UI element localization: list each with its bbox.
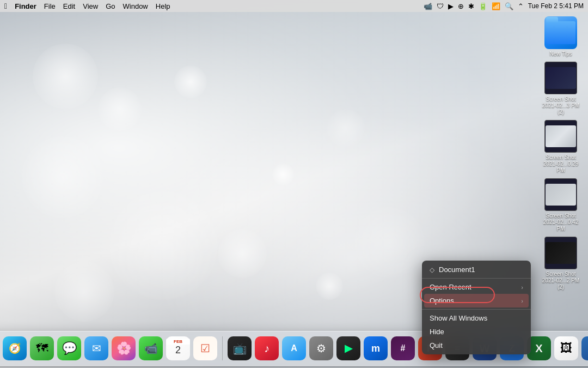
- dock-item-slack[interactable]: #: [390, 333, 415, 364]
- ctx-options-arrow: ›: [521, 298, 523, 304]
- ctx-document1-label: Document1: [439, 266, 475, 274]
- dock-item-photos[interactable]: 🌸: [111, 333, 136, 364]
- dock-preview-icon: 🖼: [554, 336, 578, 360]
- ctx-open-recent-label: Open Recent: [430, 283, 471, 291]
- dock-item-messenger[interactable]: m: [363, 333, 388, 364]
- menubar-ctrl-icon[interactable]: ⊕: [458, 2, 464, 10]
- dock-reminders-icon: ☑: [193, 336, 217, 360]
- dock-systemprefs2-icon: ⚙: [581, 336, 588, 360]
- ctx-open-recent[interactable]: Open Recent ›: [422, 280, 531, 294]
- dock-mail-icon: ✉: [84, 336, 108, 360]
- ctx-quit-label: Quit: [430, 341, 443, 349]
- desktop-icon-screenshot2[interactable]: Screen Shot 2021-02...0.29 PM: [539, 120, 583, 174]
- new-tips-label: New Tips: [549, 51, 572, 57]
- dock-item-systemprefs2[interactable]: ⚙: [581, 333, 588, 364]
- dock-systemprefs-icon: ⚙: [309, 336, 333, 360]
- dock-maps-icon: 🗺: [30, 336, 54, 360]
- menubar-facetime-icon[interactable]: 📹: [424, 2, 432, 10]
- ctx-show-all-windows[interactable]: Show All Windows: [422, 311, 531, 325]
- dock-messages-icon: 💬: [57, 336, 81, 360]
- menubar-datetime: Tue Feb 2 5:41 PM: [528, 2, 584, 10]
- ctx-document-icon: ◇: [430, 266, 434, 274]
- menubar-battery-icon[interactable]: 🔋: [479, 2, 487, 10]
- new-tips-icon: [544, 16, 577, 49]
- dock-item-music[interactable]: ♪: [254, 333, 279, 364]
- ctx-separator2: [422, 309, 531, 310]
- dock-calendar-icon: FEB 2: [166, 336, 190, 360]
- screenshot4-icon: [544, 237, 577, 269]
- desktop-icon-screenshot1[interactable]: Screen Shot 2021-02...3 PM (2): [539, 62, 583, 116]
- menubar-paprika-icon[interactable]: ▶: [448, 2, 454, 10]
- dock-item-preview[interactable]: 🖼: [554, 333, 579, 364]
- ctx-hide[interactable]: Hide: [422, 325, 531, 339]
- menubar-vpn-icon[interactable]: 🛡: [437, 2, 444, 10]
- ctx-document1: ◇ Document1: [422, 263, 531, 276]
- menubar-edit[interactable]: Edit: [63, 2, 75, 10]
- screenshot2-label: Screen Shot 2021-02...0.29 PM: [539, 154, 583, 174]
- menubar:  Finder File Edit View Go Window Help 📹…: [0, 0, 588, 12]
- desktop-icon-new-tips[interactable]: New Tips: [539, 16, 583, 57]
- dock-divider: [222, 336, 223, 360]
- dock-slack-icon: #: [391, 336, 415, 360]
- ctx-separator1: [422, 278, 531, 279]
- dock-appstore-icon: A: [282, 336, 306, 360]
- dock-item-appletv[interactable]: 📺: [227, 333, 252, 364]
- dock-appletv-icon: 📺: [228, 336, 252, 360]
- context-menu: ◇ Document1 Open Recent › Options › Show…: [422, 261, 531, 354]
- ctx-options[interactable]: Options ›: [424, 294, 529, 307]
- dock-item-appstore[interactable]: A: [281, 333, 307, 364]
- menubar-wifi-icon[interactable]: 📶: [492, 2, 500, 10]
- desktop-icon-screenshot3[interactable]: Screen Shot 2021-02...0.42 PM: [539, 178, 583, 232]
- screenshot1-icon: [544, 62, 577, 94]
- dock-safari-icon: 🧭: [3, 336, 27, 360]
- dock-item-reminders[interactable]: ☑: [193, 333, 218, 364]
- dock-item-messages[interactable]: 💬: [57, 333, 82, 364]
- dock-iterm-icon: ▶: [336, 336, 360, 360]
- menubar-view[interactable]: View: [83, 2, 98, 10]
- apple-menu[interactable]: : [4, 2, 7, 10]
- ctx-hide-label: Hide: [430, 328, 444, 336]
- dock-messenger-icon: m: [364, 336, 388, 360]
- menubar-finder[interactable]: Finder: [15, 2, 36, 10]
- menubar-bluetooth-icon[interactable]: ✱: [468, 2, 474, 10]
- menubar-search-icon[interactable]: 🔍: [505, 2, 513, 10]
- desktop-icons: New Tips Screen Shot 2021-02...3 PM (2) …: [539, 16, 583, 291]
- screenshot1-label: Screen Shot 2021-02...3 PM (2): [539, 96, 583, 116]
- dock-item-mail[interactable]: ✉: [84, 333, 109, 364]
- dock-item-systemprefs[interactable]: ⚙: [309, 333, 334, 364]
- screenshot2-icon: [544, 120, 577, 153]
- screenshot3-label: Screen Shot 2021-02...0.42 PM: [539, 213, 583, 232]
- ctx-quit[interactable]: Quit: [422, 339, 531, 352]
- menubar-go[interactable]: Go: [106, 2, 115, 10]
- ctx-options-label: Options: [430, 297, 454, 305]
- dock-item-facetime[interactable]: 📹: [138, 333, 163, 364]
- dock-item-maps[interactable]: 🗺: [29, 333, 54, 364]
- dock-facetime-icon: 📹: [139, 336, 163, 360]
- menubar-file[interactable]: File: [44, 2, 56, 10]
- menubar-help[interactable]: Help: [156, 2, 170, 10]
- dock-item-calendar[interactable]: FEB 2: [166, 333, 191, 364]
- desktop-icon-screenshot4[interactable]: Screen Shot 2021-02...2 PM (2): [539, 237, 583, 291]
- dock-item-safari[interactable]: 🧭: [2, 333, 27, 364]
- dock-item-iterm[interactable]: ▶: [336, 333, 361, 364]
- dock-photos-icon: 🌸: [112, 336, 136, 360]
- screenshot3-icon: [544, 178, 577, 211]
- dock-music-icon: ♪: [255, 336, 279, 360]
- screenshot4-label: Screen Shot 2021-02...2 PM (2): [539, 271, 583, 291]
- menubar-window[interactable]: Window: [123, 2, 148, 10]
- ctx-open-recent-arrow: ›: [521, 284, 523, 291]
- menubar-ctrl2-icon[interactable]: ⌃: [518, 2, 524, 10]
- ctx-show-all-windows-label: Show All Windows: [430, 314, 487, 322]
